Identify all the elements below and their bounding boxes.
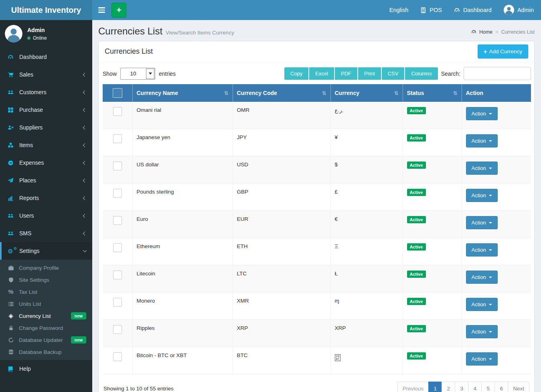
export-copy-button[interactable]: Copy bbox=[284, 67, 308, 80]
action-button[interactable]: Action bbox=[466, 271, 498, 284]
sidebar-subitem-database-backup[interactable]: Database Backup bbox=[0, 346, 92, 358]
sidebar-item-label: Purchase bbox=[19, 107, 43, 113]
row-checkbox[interactable] bbox=[113, 216, 122, 225]
row-checkbox[interactable] bbox=[113, 107, 122, 116]
select-all-checkbox[interactable] bbox=[113, 88, 122, 98]
column-header-currency[interactable]: Currency⇅ bbox=[330, 84, 403, 102]
action-button[interactable]: Action bbox=[466, 134, 498, 148]
row-checkbox[interactable] bbox=[113, 162, 122, 170]
sidebar-subitem-label: Units List bbox=[19, 301, 41, 307]
sidebar-item-sales[interactable]: Sales bbox=[0, 66, 92, 83]
page-length-control: Show 10 entries bbox=[103, 68, 176, 80]
row-checkbox[interactable] bbox=[113, 134, 122, 143]
navbar-item-english[interactable]: English bbox=[389, 7, 409, 13]
users-icon bbox=[6, 213, 15, 219]
action-button[interactable]: Action bbox=[466, 189, 498, 202]
row-checkbox[interactable] bbox=[113, 189, 122, 198]
action-button[interactable]: Action bbox=[466, 352, 498, 366]
user-panel: Admin Online bbox=[0, 20, 92, 46]
currency-code-cell: LTC bbox=[233, 265, 330, 293]
table-row: Euro EUR € Active Action bbox=[103, 211, 531, 238]
export-columns-button[interactable]: Columns bbox=[405, 67, 438, 80]
action-button[interactable]: Action bbox=[466, 162, 498, 175]
users-icon bbox=[6, 230, 15, 236]
plus-icon: + bbox=[484, 48, 487, 55]
sidebar-item-sms[interactable]: SMS bbox=[0, 224, 92, 242]
navbar-item-label: Dashboard bbox=[463, 7, 492, 13]
sidebar-subitem-tax-list[interactable]: %Tax List bbox=[0, 286, 92, 298]
row-checkbox[interactable] bbox=[113, 243, 122, 252]
currency-name-cell: Ripples bbox=[132, 320, 233, 347]
export-excel-button[interactable]: Excel bbox=[309, 67, 334, 80]
sidebar-item-label: Places bbox=[19, 177, 36, 184]
quick-add-button[interactable]: + bbox=[111, 3, 126, 18]
row-checkbox[interactable] bbox=[113, 352, 122, 361]
minus-circle-icon bbox=[6, 160, 15, 166]
sidebar-item-suppliers[interactable]: Suppliers bbox=[0, 119, 92, 136]
currency-name-cell: Monero bbox=[132, 293, 233, 320]
add-currency-button[interactable]: +Add Currency bbox=[478, 44, 528, 59]
status-cell: Active bbox=[403, 102, 462, 129]
pagination-page-5[interactable]: 5 bbox=[481, 382, 495, 392]
sidebar-item-items[interactable]: Items bbox=[0, 136, 92, 154]
pagination-next[interactable]: Next bbox=[508, 382, 529, 392]
sidebar-item-purchase[interactable]: Purchase bbox=[0, 101, 92, 119]
sidebar-item-expenses[interactable]: Expenses bbox=[0, 154, 92, 172]
sidebar-subitem-units-list[interactable]: Units List bbox=[0, 298, 92, 310]
search-input[interactable] bbox=[464, 67, 531, 80]
breadcrumb-home-link[interactable]: Home bbox=[479, 29, 492, 35]
sidebar-item-customers[interactable]: Customers bbox=[0, 83, 92, 101]
sidebar-subitem-change-password[interactable]: Change Password bbox=[0, 322, 92, 334]
action-button[interactable]: Action bbox=[466, 107, 498, 120]
action-button[interactable]: Action bbox=[466, 216, 498, 229]
column-header-action[interactable]: Action bbox=[462, 84, 531, 102]
navbar-item-pos[interactable]: POS bbox=[420, 7, 442, 13]
action-button[interactable]: Action bbox=[466, 325, 498, 338]
export-csv-button[interactable]: CSV bbox=[382, 67, 405, 80]
action-button[interactable]: Action bbox=[466, 243, 498, 257]
settings-submenu: Company ProfileSite Settings%Tax ListUni… bbox=[0, 260, 92, 360]
pagination-page-2[interactable]: 2 bbox=[442, 382, 455, 392]
sidebar-subitem-database-updater[interactable]: Database Updaternew bbox=[0, 334, 92, 346]
row-checkbox[interactable] bbox=[113, 298, 122, 307]
sidebar-item-reports[interactable]: Reports bbox=[0, 189, 92, 207]
app-brand[interactable]: Ultimate Inventory bbox=[0, 0, 92, 20]
sidebar-subitem-currency-list[interactable]: ◈Currency Listnew bbox=[0, 310, 92, 322]
pagination: Previous123456Next bbox=[397, 382, 529, 392]
action-cell: Action bbox=[462, 347, 531, 374]
navbar-item-admin[interactable]: Admin bbox=[504, 5, 534, 15]
pagination-page-6[interactable]: 6 bbox=[494, 382, 508, 392]
pagination-page-1[interactable]: 1 bbox=[428, 382, 442, 392]
status-badge: Active bbox=[407, 189, 426, 196]
sidebar-item-dashboard[interactable]: Dashboard bbox=[0, 48, 92, 66]
navbar-item-dashboard[interactable]: Dashboard bbox=[454, 7, 492, 13]
row-checkbox[interactable] bbox=[113, 271, 122, 279]
status-badge: Active bbox=[407, 107, 426, 114]
pagination-page-4[interactable]: 4 bbox=[468, 382, 482, 392]
sidebar-subitem-site-settings[interactable]: Site Settings bbox=[0, 274, 92, 286]
chevron-left-icon bbox=[83, 196, 87, 200]
sidebar-item-places[interactable]: Places bbox=[0, 172, 92, 189]
export-print-button[interactable]: Print bbox=[358, 67, 381, 80]
currency-symbol-cell: ¥ bbox=[330, 129, 403, 156]
pagination-page-3[interactable]: 3 bbox=[455, 382, 468, 392]
action-cell: Action bbox=[462, 211, 531, 238]
row-checkbox[interactable] bbox=[113, 325, 122, 334]
sidebar-subitem-company-profile[interactable]: Company Profile bbox=[0, 262, 92, 274]
action-cell: Action bbox=[462, 320, 531, 347]
table-row: Bitcoin - BTC or XBT BTC 20BF Active Act… bbox=[103, 347, 531, 374]
sidebar-item-help[interactable]: Help bbox=[0, 360, 92, 378]
sidebar-item-users[interactable]: Users bbox=[0, 207, 92, 224]
results-summary: Showing 1 to 10 of 55 entries bbox=[103, 382, 174, 392]
page-length-select[interactable]: 10 bbox=[120, 68, 155, 80]
pagination-previous[interactable]: Previous bbox=[397, 382, 429, 392]
column-header-currency-code[interactable]: Currency Code⇅ bbox=[233, 84, 330, 102]
column-header-status[interactable]: Status⇅ bbox=[403, 84, 462, 102]
sidebar-item-settings[interactable]: ⚙⚙Settings bbox=[0, 242, 92, 260]
chevron-left-icon bbox=[83, 143, 87, 147]
export-pdf-button[interactable]: PDF bbox=[335, 67, 357, 80]
column-header-currency-name[interactable]: Currency Name⇅ bbox=[132, 84, 233, 102]
action-button[interactable]: Action bbox=[466, 298, 498, 311]
sidebar-toggle-button[interactable] bbox=[92, 0, 111, 20]
currency-symbol-cell: € bbox=[330, 211, 403, 238]
